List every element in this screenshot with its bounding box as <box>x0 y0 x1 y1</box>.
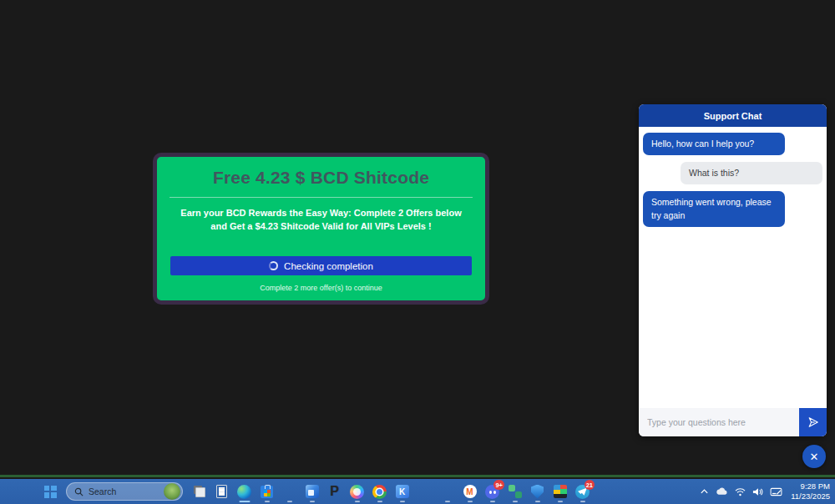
chat-close-button[interactable]: ✕ <box>802 445 826 468</box>
send-button[interactable] <box>799 408 827 436</box>
windows-logo-icon <box>44 486 57 498</box>
taskbar-icon-discord[interactable]: 9+ <box>481 480 504 503</box>
support-chat-header: Support Chat <box>639 104 827 127</box>
task-view-icon <box>192 484 207 499</box>
taskbar-icon-copilot[interactable] <box>346 480 368 503</box>
edge-icon <box>237 485 251 499</box>
taskbar-icon-file-explorer[interactable] <box>278 480 301 503</box>
copilot-icon <box>350 485 364 499</box>
p-app-icon: P <box>327 484 342 499</box>
onedrive-cloud-icon[interactable] <box>716 487 728 496</box>
clock-time: 9:28 PM <box>791 481 830 491</box>
monero-icon: M <box>463 485 477 498</box>
chat-message-user: What is this? <box>681 162 822 184</box>
offer-footnote: Complete 2 more offer(s) to continue <box>157 284 485 292</box>
taskbar-icon-edge[interactable] <box>233 480 256 503</box>
taskbar: Search PKM9+21 <box>0 479 835 504</box>
succulent-weather-icon <box>164 483 180 500</box>
discord-running-indicator <box>490 501 495 502</box>
taskbar-icon-green-app[interactable] <box>504 480 526 503</box>
defender-running-indicator <box>535 501 540 502</box>
green-app-icon <box>508 484 523 499</box>
taskbar-search[interactable]: Search <box>66 482 183 501</box>
taskbar-icon-monero[interactable]: M <box>458 480 481 503</box>
volume-icon[interactable] <box>752 487 763 496</box>
lens-app-icon <box>418 484 433 499</box>
offer-title: Free 4.23 $ BCD Shitcode <box>157 168 485 188</box>
audio-app-running-indicator <box>445 501 450 502</box>
grid-app-icon <box>554 485 567 498</box>
store-icon <box>261 486 273 498</box>
discord-badge: 9+ <box>493 480 504 490</box>
chat-message-bot: Hello, how can I help you? <box>643 133 785 155</box>
taskbar-icon-lens-app[interactable] <box>413 480 436 503</box>
audio-app-icon <box>440 484 455 499</box>
close-icon: ✕ <box>810 451 819 463</box>
start-button[interactable] <box>38 480 63 503</box>
checking-completion-label: Checking completion <box>284 261 373 271</box>
offer-card: Free 4.23 $ BCD Shitcode Earn your BCD R… <box>153 153 489 305</box>
edge-running-indicator <box>239 501 250 502</box>
taskbar-app-icons: PKM9+21 <box>188 480 594 503</box>
support-chat-title: Support Chat <box>704 111 762 121</box>
outlook-icon <box>306 485 319 498</box>
wifi-icon[interactable] <box>735 487 746 496</box>
green-app-running-indicator <box>513 501 518 502</box>
send-icon <box>807 416 820 429</box>
system-tray: 9:28 PM 11/23/2025 <box>700 479 830 504</box>
outlook-running-indicator <box>310 501 315 502</box>
clock[interactable]: 9:28 PM 11/23/2025 <box>791 481 830 502</box>
taskbar-icon-outlook[interactable] <box>301 480 323 503</box>
taskbar-icon-grid-app[interactable] <box>549 480 571 503</box>
chevron-up-icon[interactable] <box>700 488 709 495</box>
monero-running-indicator <box>468 501 473 502</box>
chat-message-bot: Something went wrong, please try again <box>643 191 785 226</box>
search-icon <box>74 487 84 496</box>
offer-divider <box>170 197 473 198</box>
taskbar-icon-audio-app[interactable] <box>436 480 458 503</box>
chat-input[interactable] <box>639 408 799 436</box>
taskbar-icon-k-app[interactable]: K <box>391 480 413 503</box>
spinner-icon <box>269 261 278 270</box>
file-explorer-running-indicator <box>287 501 292 502</box>
taskbar-icon-store[interactable] <box>256 480 278 503</box>
telegram-badge: 21 <box>584 480 595 490</box>
taskbar-icon-defender[interactable] <box>526 480 549 503</box>
search-label: Search <box>89 486 164 496</box>
taskbar-icon-notepad[interactable] <box>210 480 233 503</box>
taskbar-icon-telegram[interactable]: 21 <box>571 480 594 503</box>
k-app-icon: K <box>396 485 409 498</box>
store-running-indicator <box>265 501 270 502</box>
taskbar-icon-p-app[interactable]: P <box>323 480 346 503</box>
clock-date: 11/23/2025 <box>791 491 830 501</box>
telegram-running-indicator <box>580 501 585 502</box>
chat-messages: Hello, how can I help you?What is this?S… <box>639 127 827 408</box>
file-explorer-icon <box>282 484 297 499</box>
chrome-running-indicator <box>377 501 382 502</box>
taskbar-icon-task-view[interactable] <box>188 480 210 503</box>
taskbar-icon-chrome[interactable] <box>368 480 391 503</box>
chrome-icon <box>372 485 387 499</box>
checking-completion-button[interactable]: Checking completion <box>170 256 472 275</box>
support-chat-panel: Support Chat Hello, how can I help you?W… <box>639 104 827 436</box>
offer-description: Earn your BCD Rewards the Easy Way: Comp… <box>175 207 467 234</box>
notepad-icon <box>216 485 227 498</box>
chat-input-row <box>639 408 827 436</box>
defender-icon <box>531 485 544 499</box>
grid-app-running-indicator <box>558 501 563 502</box>
copilot-running-indicator <box>355 501 360 502</box>
touch-keyboard-icon[interactable] <box>770 487 782 496</box>
k-app-running-indicator <box>400 501 405 502</box>
page-bottom-edge <box>0 475 835 477</box>
